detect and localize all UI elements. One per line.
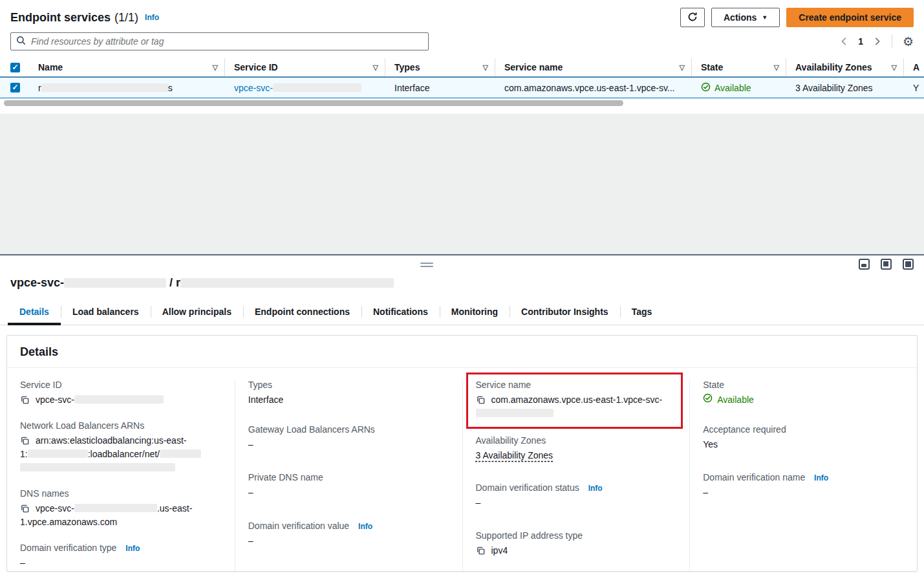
- row-service-id-cell: vpce-svc-: [225, 83, 385, 93]
- search-input-wrapper: [10, 32, 429, 50]
- tab-tags[interactable]: Tags: [620, 301, 664, 325]
- table-row[interactable]: ✓ rs vpce-svc- Interface com.amazonaws.v…: [0, 77, 924, 98]
- redacted-text: [28, 449, 88, 458]
- previous-page-button[interactable]: [840, 37, 849, 46]
- detail-split-panel: vpce-svc- / r Details Load balancers All…: [0, 255, 924, 572]
- column-header-availability-zones[interactable]: Availability Zones ▽: [786, 58, 904, 76]
- row-acceptance-cut-cell: Y: [904, 83, 924, 93]
- panel-size-small-icon[interactable]: [859, 259, 870, 270]
- column-header-service-id[interactable]: Service ID ▽: [225, 58, 385, 76]
- details-column-2: Types Interface Gateway Load Balancers A…: [235, 380, 462, 573]
- select-all-checkbox[interactable]: ✓: [10, 63, 20, 72]
- details-column-4: State Available Acceptance required Yes: [689, 380, 917, 573]
- field-availability-zones: Availability Zones 3 Availability Zones: [476, 435, 677, 462]
- redacted-text: [74, 504, 157, 512]
- column-header-name[interactable]: Name ▽: [29, 58, 225, 76]
- info-link[interactable]: Info: [588, 484, 603, 493]
- column-header-acceptance-cut[interactable]: A: [904, 58, 924, 76]
- sort-icon[interactable]: ▽: [373, 63, 378, 72]
- current-page-number[interactable]: 1: [858, 36, 863, 47]
- table-toolbar: 1 ⚙: [0, 27, 924, 50]
- column-header-state[interactable]: State ▽: [692, 58, 786, 76]
- sort-icon[interactable]: ▽: [213, 63, 218, 72]
- field-acceptance-required: Acceptance required Yes: [703, 424, 904, 451]
- status-available-icon: [703, 393, 713, 407]
- endpoint-services-table: ✓ Name ▽ Service ID ▽ Types ▽ Service na…: [0, 58, 924, 108]
- redacted-text: [64, 278, 166, 288]
- field-types: Types Interface: [248, 380, 449, 407]
- divider: [892, 34, 892, 49]
- chevron-down-icon: ▼: [762, 14, 768, 21]
- field-domain-verification-value: Domain verification value Info –: [248, 521, 449, 548]
- details-column-3: Service name com.amazonaws.vpce.us-east-…: [462, 380, 690, 573]
- details-card-heading: Details: [7, 336, 917, 368]
- settings-gear-icon[interactable]: ⚙: [903, 36, 914, 48]
- row-select-cell: ✓: [0, 83, 29, 92]
- page-title: Endpoint services: [10, 11, 111, 25]
- search-icon: [16, 36, 26, 47]
- endpoint-services-list-section: Endpoint services (1/1) Info Actions ▼ C…: [0, 0, 924, 108]
- field-domain-verification-type: Domain verification type Info –: [20, 543, 222, 570]
- search-input[interactable]: [30, 36, 423, 47]
- redacted-text: [160, 449, 201, 458]
- status-available-icon: [701, 82, 711, 94]
- sort-icon[interactable]: ▽: [680, 63, 685, 72]
- panel-size-large-icon[interactable]: [903, 259, 914, 270]
- actions-button[interactable]: Actions ▼: [711, 8, 780, 27]
- field-glb-arns: Gateway Load Balancers ARNs –: [248, 424, 449, 451]
- row-checkbox[interactable]: ✓: [10, 83, 20, 92]
- tab-notifications[interactable]: Notifications: [361, 301, 440, 325]
- header-actions: Actions ▼ Create endpoint service: [680, 8, 914, 27]
- info-link[interactable]: Info: [814, 473, 828, 482]
- sort-icon[interactable]: ▽: [483, 63, 488, 72]
- split-panel-drag-handle-icon[interactable]: [420, 263, 433, 269]
- resource-count: (1/1): [114, 11, 138, 25]
- page-header: Endpoint services (1/1) Info Actions ▼ C…: [0, 0, 924, 27]
- sort-icon[interactable]: ▽: [892, 63, 897, 72]
- page-info-link[interactable]: Info: [145, 13, 159, 22]
- tab-contributor-insights[interactable]: Contributor Insights: [510, 301, 620, 325]
- copy-icon[interactable]: [20, 395, 30, 405]
- field-dns-names: DNS names vpce-svc-.us-east- 1.vpce.amaz…: [20, 488, 222, 529]
- row-service-name-cell: com.amazonaws.vpce.us-east-1.vpce-sv...: [495, 83, 692, 93]
- copy-icon[interactable]: [476, 395, 486, 405]
- horizontal-scrollbar: [0, 100, 924, 108]
- panel-size-medium-icon[interactable]: [881, 259, 892, 270]
- split-panel-chrome: [0, 255, 924, 276]
- details-card: Details Service ID vpce-svc- Network Lo: [6, 335, 918, 572]
- tab-details[interactable]: Details: [8, 301, 61, 325]
- refresh-icon: [687, 12, 698, 24]
- info-link[interactable]: Info: [125, 544, 140, 553]
- redacted-text: [476, 409, 553, 417]
- actions-button-label: Actions: [724, 12, 757, 23]
- next-page-button[interactable]: [872, 37, 881, 46]
- field-domain-verification-status: Domain verification status Info –: [476, 482, 677, 510]
- selected-resource-title: vpce-svc- / r: [0, 276, 924, 294]
- field-nlb-arns: Network Load Balancers ARNs arn:aws:elas…: [20, 420, 222, 475]
- tab-load-balancers[interactable]: Load balancers: [61, 301, 151, 325]
- details-card-body: Service ID vpce-svc- Network Load Balanc…: [7, 368, 917, 571]
- availability-zones-link[interactable]: 3 Availability Zones: [476, 450, 553, 460]
- column-header-types[interactable]: Types ▽: [385, 58, 495, 76]
- tab-allow-principals[interactable]: Allow principals: [151, 301, 243, 325]
- field-supported-ip-type: Supported IP address type ipv4: [476, 530, 677, 557]
- availability-zones-link[interactable]: 3 Availability Zones: [795, 83, 873, 93]
- service-id-link[interactable]: vpce-svc-: [234, 83, 361, 93]
- copy-icon[interactable]: [20, 436, 30, 446]
- column-header-service-name[interactable]: Service name ▽: [495, 58, 692, 76]
- sort-icon[interactable]: ▽: [774, 63, 779, 72]
- info-link[interactable]: Info: [358, 522, 372, 531]
- copy-icon[interactable]: [476, 546, 486, 556]
- service-name-highlight-box: Service name com.amazonaws.vpce.us-east-…: [466, 373, 683, 429]
- row-name-cell: rs: [29, 83, 225, 93]
- pagination: 1 ⚙: [840, 34, 914, 49]
- select-all-cell: ✓: [0, 58, 29, 76]
- tab-endpoint-connections[interactable]: Endpoint connections: [243, 301, 361, 325]
- redacted-text: [180, 278, 394, 288]
- panel-size-controls: [859, 259, 914, 270]
- copy-icon[interactable]: [20, 504, 30, 514]
- tab-monitoring[interactable]: Monitoring: [440, 301, 510, 325]
- create-endpoint-service-button[interactable]: Create endpoint service: [786, 8, 914, 27]
- refresh-button[interactable]: [680, 8, 705, 27]
- horizontal-scrollbar-thumb[interactable]: [4, 100, 623, 106]
